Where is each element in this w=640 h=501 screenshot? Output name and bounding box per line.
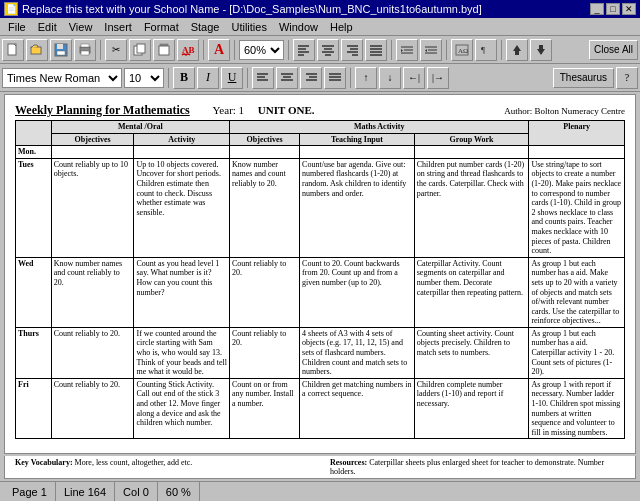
doc-unit: UNIT ONE. xyxy=(258,104,315,116)
wed-objectives: Know number names and count reliably to … xyxy=(51,257,134,327)
copy-button[interactable] xyxy=(129,39,151,61)
separator-7 xyxy=(501,40,502,60)
minimize-button[interactable]: _ xyxy=(590,3,604,15)
new-button[interactable] xyxy=(2,39,24,61)
thurs-group: Counting sheet activity. Count objects p… xyxy=(414,327,529,378)
teaching-header: Teaching Input xyxy=(300,133,415,146)
doc-footer: Key Vocabulary: More, less count, altoge… xyxy=(4,456,636,479)
key-vocab-label: Key Vocabulary: xyxy=(15,458,73,467)
window-title: Replace this text with your School Name … xyxy=(22,3,482,15)
print-button[interactable] xyxy=(74,39,96,61)
fri-activity: Counting Stick Activity. Call out end of… xyxy=(134,378,230,439)
indent-button[interactable] xyxy=(396,39,418,61)
resources-label: Resources: xyxy=(330,458,367,467)
mon-group xyxy=(414,146,529,159)
menu-utilities[interactable]: Utilities xyxy=(225,20,272,34)
arrows-down-btn2[interactable]: ↓ xyxy=(379,67,401,89)
separator-9 xyxy=(247,68,248,88)
spellcheck-button[interactable]: ABC xyxy=(177,39,199,61)
close-button[interactable]: ✕ xyxy=(622,3,636,15)
justify-btn2[interactable] xyxy=(324,67,346,89)
save-button[interactable] xyxy=(50,39,72,61)
activity-header: Activity xyxy=(134,133,230,146)
bold-button[interactable]: B xyxy=(173,67,195,89)
window-controls[interactable]: _ □ ✕ xyxy=(590,3,636,15)
tab-right-btn[interactable]: |→ xyxy=(427,67,449,89)
align-left-btn2[interactable] xyxy=(252,67,274,89)
wed-teaching: Count to 20. Count backwards from 20. Co… xyxy=(300,257,415,327)
svg-rect-0 xyxy=(8,44,16,55)
thesaurus-button[interactable]: Thesaurus xyxy=(553,68,614,88)
extra-btn-2[interactable]: ¶ xyxy=(475,39,497,61)
fri-teaching: Children get matching numbers in a corre… xyxy=(300,378,415,439)
fri-plenary: As group 1 with report if necessary. Num… xyxy=(529,378,625,439)
status-page: Page 1 xyxy=(4,482,56,501)
italic-button[interactable]: I xyxy=(197,67,219,89)
align-center-button[interactable] xyxy=(317,39,339,61)
group-header: Group Work xyxy=(414,133,529,146)
svg-rect-7 xyxy=(81,51,89,55)
zoom-select[interactable]: 60% 75% 100% xyxy=(239,40,284,60)
toolbar-1: ✂ ABC A 60% 75% 100% xyxy=(0,36,640,64)
resources-text: Caterpillar sheets plus enlarged sheet f… xyxy=(330,458,604,476)
menu-insert[interactable]: Insert xyxy=(98,20,138,34)
table-row: Fri Count reliably to 20. Counting Stick… xyxy=(16,378,625,439)
separator-10 xyxy=(350,68,351,88)
day-thurs: Thurs xyxy=(16,327,52,378)
font-select[interactable]: Times New Roman Arial Courier New xyxy=(2,68,122,88)
svg-rect-3 xyxy=(57,44,63,49)
arrows-up-btn2[interactable]: ↑ xyxy=(355,67,377,89)
menu-format[interactable]: Format xyxy=(138,20,185,34)
paste-button[interactable] xyxy=(153,39,175,61)
thurs-obj2: Count reliably to 20. xyxy=(230,327,300,378)
day-header xyxy=(16,121,52,146)
svg-text:¶: ¶ xyxy=(481,45,485,55)
day-mon: Mon. xyxy=(16,146,52,159)
menu-file[interactable]: File xyxy=(2,20,32,34)
svg-rect-1 xyxy=(31,47,41,54)
menu-help[interactable]: Help xyxy=(324,20,359,34)
menu-edit[interactable]: Edit xyxy=(32,20,63,34)
svg-rect-6 xyxy=(81,44,89,47)
align-left-button[interactable] xyxy=(293,39,315,61)
tues-group: Children put number cards (1-20) on stri… xyxy=(414,158,529,257)
wed-obj2: Count reliably to 20. xyxy=(230,257,300,327)
cut-button[interactable]: ✂ xyxy=(105,39,127,61)
mon-obj2 xyxy=(230,146,300,159)
help-question-button[interactable]: ? xyxy=(616,67,638,89)
objectives2-header: Objectives xyxy=(230,133,300,146)
font-size-select[interactable]: 10 12 14 xyxy=(124,68,164,88)
menu-window[interactable]: Window xyxy=(273,20,324,34)
wed-activity: Count as you head level 1 say. What numb… xyxy=(134,257,230,327)
menu-stage[interactable]: Stage xyxy=(185,20,226,34)
close-all-button[interactable]: Close All xyxy=(589,40,638,60)
align-center-btn2[interactable] xyxy=(276,67,298,89)
svg-rect-9 xyxy=(137,44,145,53)
mon-objectives xyxy=(51,146,134,159)
align-right-btn2[interactable] xyxy=(300,67,322,89)
outdent-button[interactable] xyxy=(420,39,442,61)
separator-3 xyxy=(234,40,235,60)
arrow-down-button[interactable] xyxy=(530,39,552,61)
underline-button[interactable]: U xyxy=(221,67,243,89)
separator-2 xyxy=(203,40,204,60)
arrow-up-button[interactable] xyxy=(506,39,528,61)
extra-btn-1[interactable]: AΩ xyxy=(451,39,473,61)
doc-author: Author: Bolton Numeracy Centre xyxy=(504,106,625,116)
key-vocab-section: Key Vocabulary: More, less count, altoge… xyxy=(15,458,310,476)
menu-view[interactable]: View xyxy=(63,20,99,34)
day-wed: Wed xyxy=(16,257,52,327)
justify-button[interactable] xyxy=(365,39,387,61)
svg-rect-4 xyxy=(57,51,65,55)
maximize-button[interactable]: □ xyxy=(606,3,620,15)
doc-header: Weekly Planning for Mathematics Year: 1 … xyxy=(15,103,625,118)
align-right-button[interactable] xyxy=(341,39,363,61)
mon-plenary xyxy=(529,146,625,159)
mental-oral-header: Mental /Oral xyxy=(51,121,229,134)
open-button[interactable] xyxy=(26,39,48,61)
fri-obj2: Count on or from any number. Install a n… xyxy=(230,378,300,439)
separator-6 xyxy=(446,40,447,60)
tab-left-btn[interactable]: ←| xyxy=(403,67,425,89)
bold-a-button[interactable]: A xyxy=(208,39,230,61)
table-row: Wed Know number names and count reliably… xyxy=(16,257,625,327)
